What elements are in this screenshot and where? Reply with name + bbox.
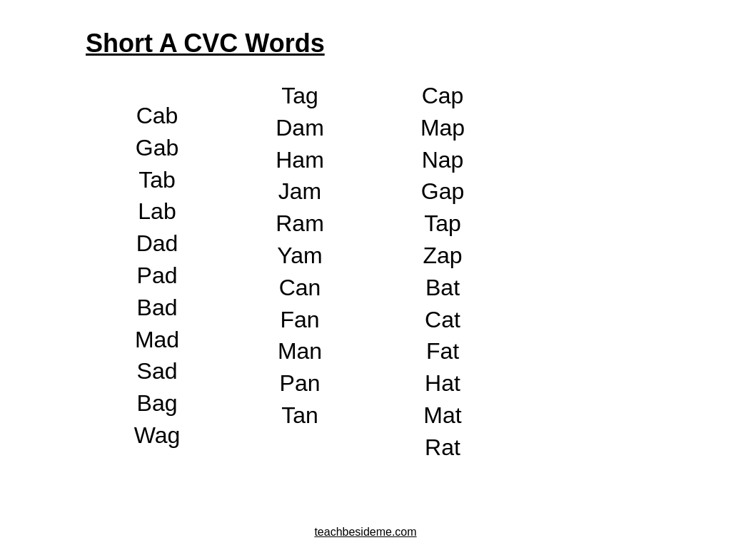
list-item: Bat (425, 272, 460, 304)
list-item: Ham (276, 144, 324, 176)
page-title: Short A CVC Words (86, 29, 688, 58)
word-column-2: TagDamHamJamRamYamCanFanManPanTan (228, 80, 371, 464)
list-item: Mat (423, 399, 461, 432)
list-item: Cab (136, 100, 178, 132)
list-item: Dam (276, 112, 324, 144)
list-item: Gap (421, 175, 464, 208)
list-item: Nap (422, 144, 464, 176)
list-item: Gab (136, 132, 178, 164)
list-item: Mad (135, 324, 179, 356)
footer-link: teachbesideme.com (314, 526, 416, 539)
list-item: Tag (281, 80, 318, 112)
list-item: Hat (425, 367, 460, 399)
list-item: Fan (280, 304, 319, 336)
list-item: Can (279, 272, 321, 304)
list-item: Man (278, 335, 322, 367)
list-item: Bag (137, 387, 178, 419)
list-item: Cap (422, 80, 464, 112)
list-item: Ram (276, 208, 324, 240)
list-item: Zap (423, 240, 462, 272)
words-section: CabGabTabLabDadPadBadMadSadBagWag TagDam… (86, 80, 688, 464)
list-item: Yam (277, 240, 322, 272)
list-item: Fat (426, 335, 459, 367)
list-item: Pan (280, 367, 321, 399)
word-column-3: CapMapNapGapTapZapBatCatFatHatMatRat (371, 80, 514, 464)
list-item: Tab (138, 164, 176, 196)
list-item: Lab (138, 195, 176, 228)
list-item: Pad (137, 260, 178, 292)
list-item: Jam (278, 175, 321, 208)
list-item: Sad (137, 355, 178, 387)
list-item: Tap (424, 208, 461, 240)
list-item: Dad (136, 228, 178, 260)
list-item: Rat (425, 432, 460, 464)
list-item: Cat (425, 304, 460, 336)
list-item: Wag (134, 419, 181, 452)
list-item: Tan (281, 399, 318, 432)
list-item: Map (420, 112, 465, 144)
list-item: Bad (137, 292, 178, 324)
page-container: Short A CVC Words CabGabTabLabDadPadBadM… (0, 0, 731, 560)
word-column-1: CabGabTabLabDadPadBadMadSadBagWag (86, 100, 228, 464)
